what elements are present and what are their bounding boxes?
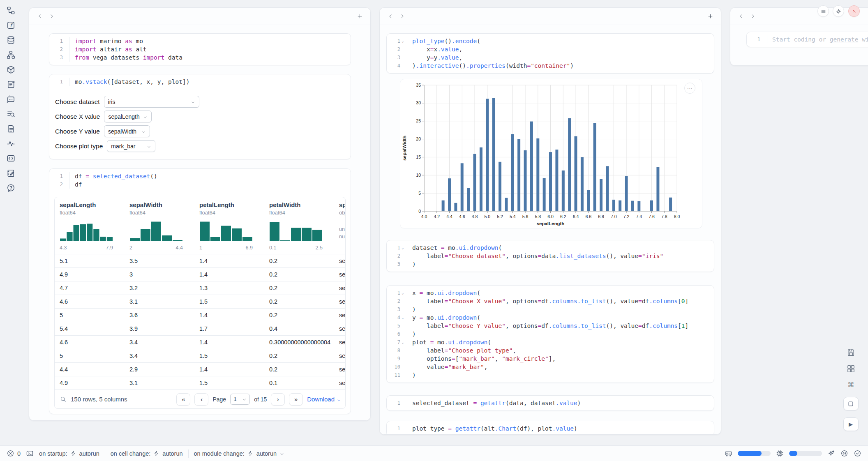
column-prev-button[interactable] — [385, 11, 396, 22]
save-button[interactable] — [846, 348, 856, 357]
runtime-config-1[interactable]: on startup:autorun — [39, 450, 99, 457]
first-page-button[interactable]: « — [176, 393, 190, 406]
fold-spacer — [401, 252, 405, 260]
code-line[interactable]: 1⌄dataset = mo.ui.dropdown( — [387, 244, 714, 252]
sidebar-item-tracing[interactable] — [6, 139, 16, 148]
code-line[interactable]: 3 y=y.value, — [387, 53, 714, 62]
code-line[interactable]: 6 ) — [387, 330, 714, 338]
add-cell-button[interactable] — [704, 11, 716, 22]
sidebar-item-packages[interactable] — [6, 65, 16, 74]
column-name: sepalWidth — [129, 201, 189, 208]
code-line[interactable]: 1⌄plot_type().encode( — [387, 37, 714, 45]
code-line[interactable]: 1 mo.vstack([dataset, x, y, plot]) — [49, 78, 351, 86]
code-line[interactable]: 1 df = selected_dataset() — [49, 172, 351, 180]
code-editor[interactable]: 1 plot_type = getattr(alt.Chart(df), plo… — [387, 421, 714, 435]
code-line[interactable]: 3 ) — [387, 260, 714, 268]
code-line[interactable]: 1⌄x = mo.ui.dropdown( — [387, 289, 714, 297]
runtime-config-2[interactable]: on cell change:autorun — [111, 450, 183, 457]
code-line[interactable]: 8 label="Choose plot type", — [387, 346, 714, 355]
code-line[interactable]: 2 label="Choose dataset", options=data.l… — [387, 252, 714, 260]
code-text: label="Choose plot type", — [407, 346, 516, 355]
present-mode-button[interactable] — [843, 397, 859, 410]
sidebar-item-search[interactable] — [6, 109, 16, 119]
code-editor[interactable]: 1⌄x = mo.ui.dropdown(2 label="Choose X v… — [387, 286, 714, 383]
code-line[interactable]: 5 label="Choose Y value", options=df.col… — [387, 322, 714, 330]
column-prev-button[interactable] — [34, 11, 46, 22]
search-icon[interactable] — [60, 396, 67, 403]
altair-bar-chart[interactable]: 051015202530354.04.24.44.64.85.05.25.45.… — [400, 79, 703, 226]
column-header-petalLength: petalLengthfloat6416.9 — [194, 201, 264, 251]
code-editor[interactable]: 1 import marimo as mo2 import altair as … — [49, 34, 351, 65]
cpu-meter — [789, 451, 822, 456]
last-page-button[interactable]: » — [289, 393, 303, 406]
choose-dataset-select[interactable]: iris — [104, 96, 199, 108]
layout-grid-button[interactable] — [846, 364, 856, 373]
keyboard-shortcuts-button[interactable]: ⌘ — [846, 380, 856, 390]
notebook-menu-button[interactable] — [817, 5, 829, 17]
line-gutter: 1⌄ — [387, 37, 407, 45]
table-cell: setosa — [334, 298, 346, 305]
check-circle-icon[interactable] — [854, 449, 861, 457]
line-gutter: 2 — [387, 45, 407, 53]
next-page-button[interactable]: › — [271, 393, 285, 406]
sidebar-item-file-explorer[interactable] — [6, 6, 16, 15]
code-line[interactable]: 10 value="mark_bar", — [387, 363, 714, 371]
choose-y-value-select[interactable]: sepalWidth — [104, 125, 150, 137]
shutdown-button[interactable] — [848, 5, 860, 17]
code-line[interactable]: 3 from vega_datasets import data — [49, 53, 351, 62]
table-cell: setosa — [334, 312, 346, 318]
prev-page-button[interactable]: ‹ — [194, 393, 208, 406]
sidebar-item-ai-chat[interactable] — [6, 95, 16, 104]
add-cell-button[interactable] — [354, 11, 365, 22]
code-editor[interactable]: 1 selected_dataset = getattr(data, datas… — [387, 396, 714, 410]
code-line[interactable]: 1 selected_dataset = getattr(data, datas… — [387, 399, 714, 407]
settings-button[interactable] — [833, 5, 844, 17]
run-all-button[interactable]: ▶ — [843, 417, 859, 431]
column-prev-button[interactable] — [735, 11, 747, 22]
code-line[interactable]: 1 import marimo as mo — [49, 37, 351, 45]
sidebar-item-dependencies[interactable] — [6, 50, 16, 60]
sidebar-item-functions[interactable]: f — [6, 21, 16, 30]
code-line[interactable]: 4⌄y = mo.ui.dropdown( — [387, 313, 714, 322]
circle-x-icon — [7, 449, 14, 457]
sidebar-item-logs[interactable] — [6, 80, 16, 89]
column-next-button[interactable] — [396, 11, 408, 22]
copilot-icon[interactable] — [840, 449, 848, 457]
code-line[interactable]: 7⌄plot = mo.ui.dropdown( — [387, 338, 714, 346]
sidebar-item-documentation[interactable] — [6, 124, 16, 134]
code-line[interactable]: 2 df — [49, 180, 351, 189]
sidebar-item-datasources[interactable] — [6, 35, 16, 45]
column-next-button[interactable] — [747, 11, 758, 22]
runtime-config-3[interactable]: on module change:autorun — [194, 450, 285, 457]
generate-with-ai-link[interactable]: generate — [830, 36, 859, 43]
chevron-down-icon — [191, 99, 195, 104]
choose-x-value-select[interactable]: sepalLength — [104, 111, 152, 122]
code-line[interactable]: 3 ) — [387, 305, 714, 313]
code-line[interactable]: 4 ).interactive().properties(width="cont… — [387, 62, 714, 70]
code-line[interactable]: 1 plot_type = getattr(alt.Chart(df), plo… — [387, 424, 714, 433]
terminal-button[interactable] — [26, 449, 34, 457]
code-editor[interactable]: 1⌄plot_type().encode(2 x=x.value,3 y=y.v… — [387, 34, 714, 73]
sidebar-item-scratchpad[interactable] — [6, 168, 16, 178]
code-editor[interactable]: 1 df = selected_dataset()2 df — [49, 169, 351, 192]
code-editor[interactable]: 1 mo.vstack([dataset, x, y, plot]) — [49, 74, 351, 89]
error-indicator[interactable]: 0 — [7, 449, 21, 457]
sidebar-item-help[interactable] — [6, 183, 16, 193]
line-gutter: 5 — [387, 322, 407, 330]
sidebar-item-snippets[interactable] — [6, 154, 16, 163]
fold-chevron-icon: ⌄ — [401, 37, 405, 45]
page-select[interactable]: 1 — [230, 394, 250, 405]
choose-plot-type-select[interactable]: mark_bar — [107, 140, 155, 152]
chart-menu-button[interactable]: ⋯ — [684, 83, 695, 94]
code-line[interactable]: 9 options=["mark_bar", "mark_circle"], — [387, 355, 714, 363]
sparkles-icon[interactable] — [827, 449, 835, 457]
code-line[interactable]: 2 x=x.value, — [387, 45, 714, 53]
code-line[interactable]: 11 ) — [387, 371, 714, 379]
code-editor[interactable]: 1⌄dataset = mo.ui.dropdown(2 label="Choo… — [387, 240, 714, 272]
code-editor[interactable]: 1 Start coding or generate with AI. — [747, 32, 868, 47]
download-button[interactable]: Download — [307, 396, 341, 403]
column-next-button[interactable] — [46, 11, 57, 22]
code-line[interactable]: 2 label="Choose X value", options=df.col… — [387, 297, 714, 305]
column-header-sepalLength: sepalLengthfloat644.37.9 — [55, 201, 125, 251]
code-line[interactable]: 2 import altair as alt — [49, 45, 351, 53]
